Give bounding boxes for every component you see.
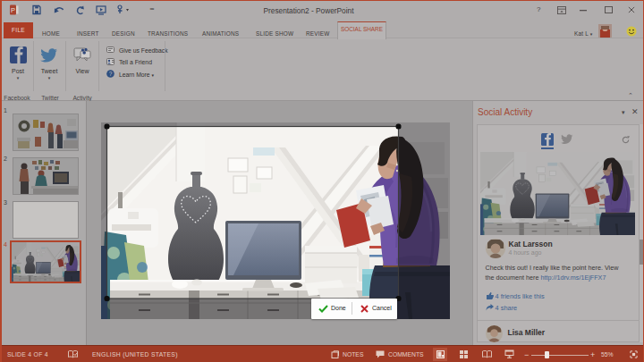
svg-text:?: ? [109, 71, 113, 77]
